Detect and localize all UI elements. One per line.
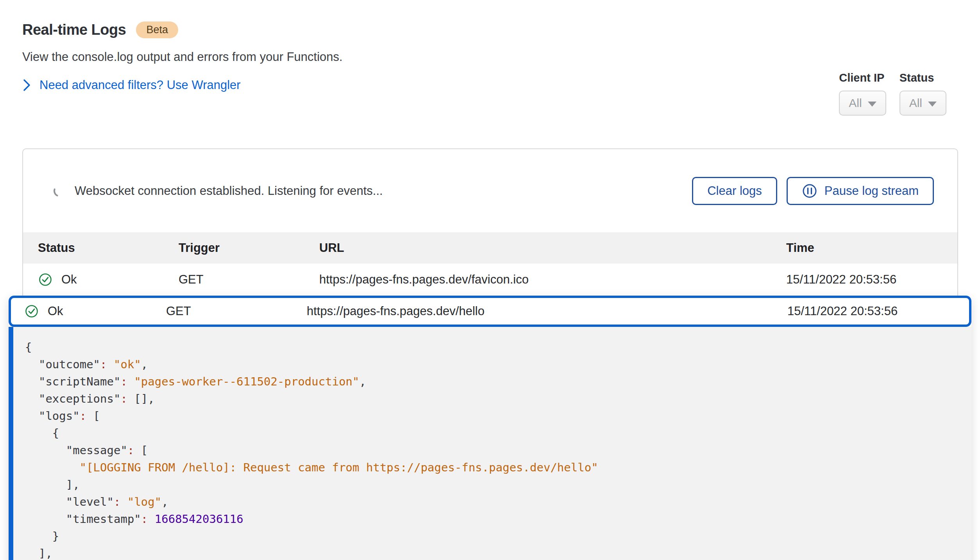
time-cell: 15/11/2022 20:53:56 (787, 304, 969, 318)
client-ip-filter-label: Client IP (839, 71, 884, 84)
status-cell: Ok (38, 272, 179, 287)
page-subtitle: View the console.log output and errors f… (22, 50, 343, 64)
websocket-status-bar: Websocket connection established. Listen… (23, 149, 957, 232)
pause-icon (802, 183, 817, 199)
url-cell: https://pages-fns.pages.dev/hello (307, 304, 787, 318)
spinner-icon (53, 184, 66, 198)
status-ok-icon (24, 304, 39, 319)
status-value: Ok (61, 273, 77, 287)
status-value: Ok (48, 304, 63, 318)
column-header-status: Status (38, 241, 179, 255)
json-log-output: { "outcome": "ok", "scriptName": "pages-… (9, 327, 971, 560)
column-header-trigger: Trigger (179, 241, 319, 255)
status-ok-icon (38, 272, 53, 287)
column-header-url: URL (319, 241, 786, 255)
log-table-header: Status Trigger URL Time (23, 232, 957, 264)
log-row[interactable]: Ok GET https://pages-fns.pages.dev/favic… (23, 264, 957, 296)
realtime-logs-page: Real-time Logs Beta View the console.log… (0, 0, 980, 560)
status-cell: Ok (24, 304, 166, 319)
caret-down-icon (928, 102, 937, 107)
log-filters: Client IP All Status All (839, 71, 946, 116)
status-dropdown-value: All (909, 96, 922, 110)
selected-log-row[interactable]: Ok GET https://pages-fns.pages.dev/hello… (9, 296, 971, 327)
caret-down-icon (868, 102, 876, 107)
beta-badge: Beta (136, 21, 178, 38)
wrangler-link[interactable]: Need advanced filters? Use Wrangler (22, 78, 241, 92)
clear-logs-button-label: Clear logs (707, 184, 762, 198)
client-ip-dropdown[interactable]: All (839, 91, 886, 116)
client-ip-filter: Client IP All (839, 71, 886, 116)
wrangler-link-label: Need advanced filters? Use Wrangler (39, 78, 241, 92)
time-cell: 15/11/2022 20:53:56 (786, 273, 957, 287)
trigger-cell: GET (166, 304, 307, 318)
client-ip-dropdown-value: All (849, 96, 862, 110)
chevron-right-icon (22, 78, 31, 92)
clear-logs-button[interactable]: Clear logs (692, 177, 777, 205)
pause-log-stream-button-label: Pause log stream (824, 184, 919, 198)
websocket-status-message: Websocket connection established. Listen… (75, 184, 692, 198)
status-filter: Status All (900, 71, 946, 116)
pause-log-stream-button[interactable]: Pause log stream (787, 177, 934, 205)
page-header: Real-time Logs Beta View the console.log… (22, 21, 343, 92)
page-title: Real-time Logs (22, 21, 126, 38)
status-dropdown[interactable]: All (900, 91, 946, 116)
status-filter-label: Status (900, 71, 934, 84)
column-header-time: Time (786, 241, 957, 255)
url-cell: https://pages-fns.pages.dev/favicon.ico (319, 273, 786, 287)
trigger-cell: GET (179, 273, 319, 287)
expanded-log-entry: Ok GET https://pages-fns.pages.dev/hello… (9, 296, 971, 560)
